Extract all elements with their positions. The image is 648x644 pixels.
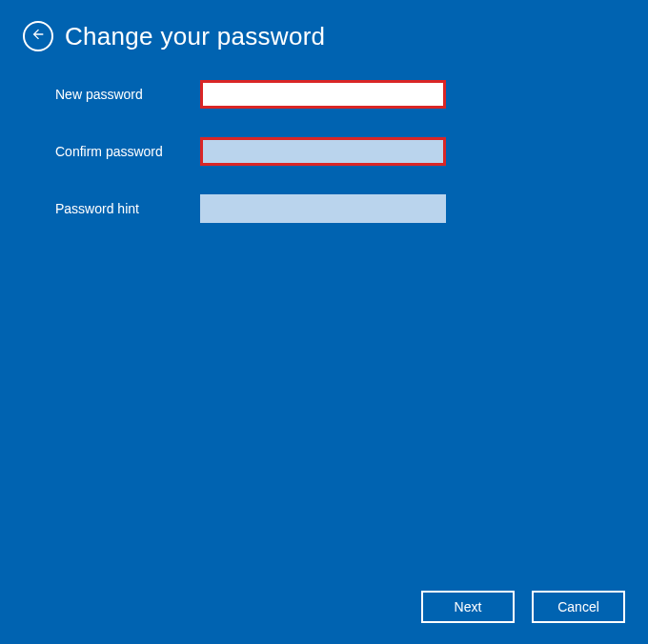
password-hint-input[interactable] xyxy=(200,194,446,223)
password-hint-label: Password hint xyxy=(55,201,200,216)
cancel-button[interactable]: Cancel xyxy=(532,591,625,623)
next-button[interactable]: Next xyxy=(421,591,515,623)
confirm-password-label: Confirm password xyxy=(55,144,200,159)
new-password-row: New password xyxy=(55,80,648,109)
password-hint-row: Password hint xyxy=(55,194,648,223)
header: Change your password xyxy=(0,0,648,51)
confirm-password-row: Confirm password xyxy=(55,137,648,166)
back-button[interactable] xyxy=(23,21,53,51)
confirm-password-input[interactable] xyxy=(200,137,446,166)
page-title: Change your password xyxy=(65,22,325,51)
new-password-input[interactable] xyxy=(200,80,446,109)
change-password-form: New password Confirm password Password h… xyxy=(0,51,648,223)
new-password-label: New password xyxy=(55,87,200,102)
back-arrow-icon xyxy=(30,27,46,46)
footer: Next Cancel xyxy=(421,591,625,623)
